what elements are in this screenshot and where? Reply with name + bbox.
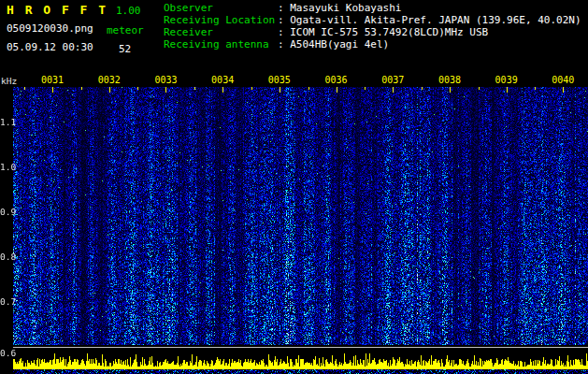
freq-tick-label: 1.0 <box>0 162 16 172</box>
meteor-count: 52 <box>119 43 131 55</box>
info-value-observer: : Masayuki Kobayashi <box>278 2 401 14</box>
time-tick-label: 0033 <box>154 75 177 85</box>
app-version: 1.00 <box>116 5 141 17</box>
freq-tick-label: 0.8 <box>0 252 16 262</box>
info-value-receiver: : ICOM IC-575 53.7492(8LCD)MHz USB <box>278 26 488 38</box>
freq-tick-label: 1.1 <box>0 117 16 127</box>
hrofft-spectrogram-screen: H R O F F T 1.00 0509120030.png meteor 0… <box>0 0 588 374</box>
mode-label: meteor <box>107 24 144 36</box>
time-tick-label: 0031 <box>41 75 64 85</box>
info-value-antenna: : A504HB(yagi 4el) <box>278 38 389 50</box>
info-label-observer: Observer <box>164 2 278 14</box>
observation-datetime: 05.09.12 00:30 <box>7 41 93 53</box>
freq-tick-label: 0.9 <box>0 207 16 217</box>
time-tick-label: 0034 <box>211 75 234 85</box>
info-value-location: : Ogata-vill. Akita-Pref. JAPAN (139.96E… <box>278 14 581 26</box>
output-filename: 0509120030.png <box>7 22 93 35</box>
time-tick-label: 0036 <box>325 75 348 85</box>
time-tick-label: 0040 <box>552 75 574 85</box>
frequency-axis-unit: kHz <box>1 76 17 86</box>
station-info: Observer: Masayuki Kobayashi Receiving L… <box>164 2 581 50</box>
frequency-reference-line <box>13 347 588 348</box>
info-row-location: Receiving Location: Ogata-vill. Akita-Pr… <box>164 14 581 26</box>
time-tick-label: 0035 <box>268 75 291 85</box>
info-label-receiver: Receiver <box>164 26 278 38</box>
freq-tick-label: 0.7 <box>0 296 16 307</box>
spectrogram-canvas <box>13 87 588 345</box>
freq-tick-label: 0.6 <box>0 348 16 358</box>
info-label-antenna: Receiving antenna <box>164 38 278 50</box>
time-tick-label: 0032 <box>98 75 121 85</box>
signal-level-canvas <box>13 352 588 369</box>
info-row-observer: Observer: Masayuki Kobayashi <box>164 2 581 14</box>
info-row-antenna: Receiving antenna: A504HB(yagi 4el) <box>164 38 581 50</box>
time-tick-label: 0037 <box>381 75 404 85</box>
time-tick-label: 0038 <box>438 75 461 85</box>
app-title: H R O F F T <box>7 3 108 17</box>
info-label-location: Receiving Location <box>164 14 278 26</box>
time-tick-label: 0039 <box>495 75 518 85</box>
baseline-noise-canvas <box>13 369 588 374</box>
info-row-receiver: Receiver: ICOM IC-575 53.7492(8LCD)MHz U… <box>164 26 581 38</box>
